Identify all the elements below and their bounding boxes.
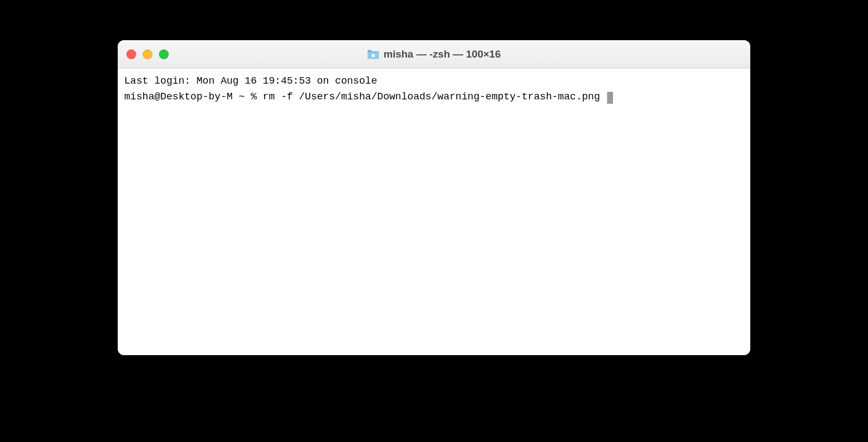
minimize-button[interactable]	[143, 49, 152, 59]
prompt: misha@Desktop-by-M ~ %	[124, 91, 263, 103]
close-button[interactable]	[126, 49, 136, 59]
terminal-output-line: Last login: Mon Aug 16 19:45:53 on conso…	[124, 74, 744, 90]
command-input[interactable]: rm -f /Users/misha/Downloads/warning-emp…	[263, 91, 606, 103]
maximize-button[interactable]	[159, 49, 169, 59]
window-title: misha — -zsh — 100×16	[384, 48, 501, 60]
window-title-container: misha — -zsh — 100×16	[367, 48, 501, 60]
traffic-lights	[126, 49, 169, 59]
terminal-window: misha — -zsh — 100×16 Last login: Mon Au…	[118, 40, 750, 355]
cursor	[607, 92, 613, 104]
terminal-body[interactable]: Last login: Mon Aug 16 19:45:53 on conso…	[118, 68, 750, 355]
home-folder-icon	[367, 49, 379, 59]
terminal-prompt-line: misha@Desktop-by-M ~ % rm -f /Users/mish…	[124, 90, 744, 105]
titlebar[interactable]: misha — -zsh — 100×16	[118, 40, 750, 68]
